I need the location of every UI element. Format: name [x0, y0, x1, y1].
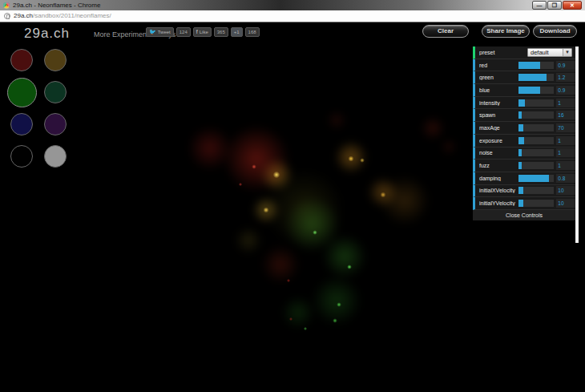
tweet-label: Tweet	[158, 28, 171, 36]
controller-row-blue: blue 0.9	[473, 84, 575, 97]
slider-fill	[518, 87, 540, 94]
close-icon: ✕	[570, 2, 575, 8]
slider-value-input[interactable]: 1	[556, 99, 575, 107]
page-info-icon[interactable]	[4, 13, 10, 19]
controller-label: exposure	[479, 138, 518, 143]
slider-fill	[518, 175, 549, 182]
url-text: 29a.ch/sandbox/2011/neonflames/	[14, 10, 111, 22]
dat-gui-panel: preset default ▼ red 0.9 green 1.2 blue …	[473, 46, 575, 220]
slider-track[interactable]	[518, 87, 554, 94]
controller-row-spawn: spawn 16	[473, 109, 575, 122]
restore-icon: ❐	[552, 2, 557, 8]
url-domain: 29a.ch	[14, 12, 33, 19]
window-titlebar: 29a.ch - Neonflames - Chrome — ❐ ✕	[0, 0, 585, 10]
controller-label: initialYVelocity	[479, 200, 518, 206]
color-swatch-dark-red[interactable]	[10, 49, 33, 71]
close-controls-button[interactable]: Close Controls	[473, 210, 575, 220]
slider-value-input[interactable]: 1	[556, 161, 575, 170]
controller-row-green: green 1.2	[473, 71, 575, 84]
controller-row-noise: noise 1	[473, 148, 575, 160]
restore-button[interactable]: ❐	[547, 1, 562, 10]
url-path: /sandbox/2011/neonflames/	[33, 12, 111, 19]
color-swatch-dark-teal[interactable]	[44, 81, 67, 103]
site-logo[interactable]: 29a.ch	[24, 26, 70, 42]
color-swatch-green[interactable]	[7, 78, 37, 107]
google-plusone-count: 168	[245, 27, 260, 37]
controller-row-intensity: intensity 1	[473, 97, 575, 110]
preset-row: preset default ▼	[473, 46, 575, 59]
slider-fill	[518, 124, 523, 131]
minimize-icon: —	[537, 2, 543, 8]
facebook-like-label: Like	[200, 28, 208, 36]
slider-value-input[interactable]: 10	[556, 199, 575, 208]
color-swatch-olive-gold[interactable]	[44, 49, 67, 71]
tweet-button[interactable]: 🐦 Tweet	[146, 27, 174, 37]
preset-selected-value: default	[528, 49, 563, 56]
slider-track[interactable]	[518, 149, 554, 156]
social-widgets: 🐦 Tweet 124 f Like 365 +1 168	[146, 27, 260, 37]
controller-row-exposure: exposure 1	[473, 135, 575, 148]
slider-track[interactable]	[518, 162, 554, 169]
color-swatch-navy-blue[interactable]	[10, 113, 33, 135]
slider-fill	[518, 149, 522, 156]
slider-value-input[interactable]: 0.9	[556, 86, 575, 95]
slider-fill	[518, 111, 522, 119]
clear-button[interactable]: Clear	[422, 25, 469, 38]
controller-row-initialYVelocity: initialYVelocity 10	[473, 197, 575, 210]
controller-label: maxAge	[479, 125, 518, 131]
share-image-button[interactable]: Share Image	[482, 25, 530, 38]
slider-fill	[518, 187, 523, 194]
plusone-label: +1	[234, 28, 240, 36]
preset-label: preset	[479, 50, 521, 55]
controller-row-maxAge: maxAge 70	[473, 122, 575, 135]
controller-label: initialXVelocity	[479, 188, 518, 193]
controller-label: red	[479, 63, 518, 68]
chevron-down-icon: ▼	[563, 49, 571, 56]
controller-label: noise	[479, 150, 518, 156]
slider-track[interactable]	[518, 137, 554, 144]
slider-value-input[interactable]: 1.2	[556, 73, 575, 82]
color-swatch-purple[interactable]	[44, 113, 67, 135]
controller-label: intensity	[479, 100, 518, 106]
tweet-count: 124	[176, 27, 191, 37]
controller-label: blue	[479, 87, 518, 93]
controller-row-damping: damping 0.8	[473, 172, 575, 185]
controller-label: damping	[479, 176, 518, 181]
slider-track[interactable]	[518, 99, 554, 107]
slider-track[interactable]	[518, 74, 554, 81]
slider-value-input[interactable]: 0.9	[556, 61, 575, 70]
slider-fill	[518, 200, 523, 207]
slider-value-input[interactable]: 1	[556, 148, 575, 157]
window-tab[interactable]: 29a.ch - Neonflames - Chrome	[3, 1, 100, 10]
close-button[interactable]: ✕	[563, 1, 582, 10]
controller-row-fuzz: fuzz 1	[473, 160, 575, 172]
slider-value-input[interactable]: 70	[556, 123, 575, 132]
minimize-button[interactable]: —	[532, 1, 547, 10]
slider-track[interactable]	[518, 200, 554, 207]
window-title: 29a.ch - Neonflames - Chrome	[13, 1, 100, 10]
facebook-like-count: 365	[214, 27, 228, 37]
controller-row-red: red 0.9	[473, 59, 575, 72]
slider-value-input[interactable]: 1	[556, 136, 575, 145]
slider-value-input[interactable]: 0.8	[556, 174, 575, 183]
slider-track[interactable]	[518, 111, 554, 119]
facebook-like-button[interactable]: f Like	[193, 27, 212, 37]
twitter-bird-icon: 🐦	[149, 28, 156, 36]
slider-track[interactable]	[518, 175, 554, 182]
slider-value-input[interactable]: 16	[556, 111, 575, 119]
slider-value-input[interactable]: 10	[556, 186, 575, 195]
address-bar[interactable]: 29a.ch/sandbox/2011/neonflames/	[0, 10, 585, 22]
color-swatch-gray[interactable]	[44, 145, 67, 168]
page-content: 29a.ch More Experiments & Toys 🐦 Tweet 1…	[0, 22, 585, 392]
download-button[interactable]: Download	[533, 25, 577, 38]
color-swatch-black[interactable]	[10, 145, 33, 168]
preset-select[interactable]: default ▼	[527, 48, 572, 57]
slider-fill	[518, 137, 524, 144]
google-plusone-button[interactable]: +1	[231, 27, 243, 37]
slider-track[interactable]	[518, 187, 554, 194]
slider-fill	[518, 162, 522, 169]
slider-track[interactable]	[518, 124, 554, 131]
panel-scroll-strip	[575, 46, 579, 243]
slider-track[interactable]	[518, 62, 554, 69]
site-favicon-icon	[3, 2, 10, 9]
